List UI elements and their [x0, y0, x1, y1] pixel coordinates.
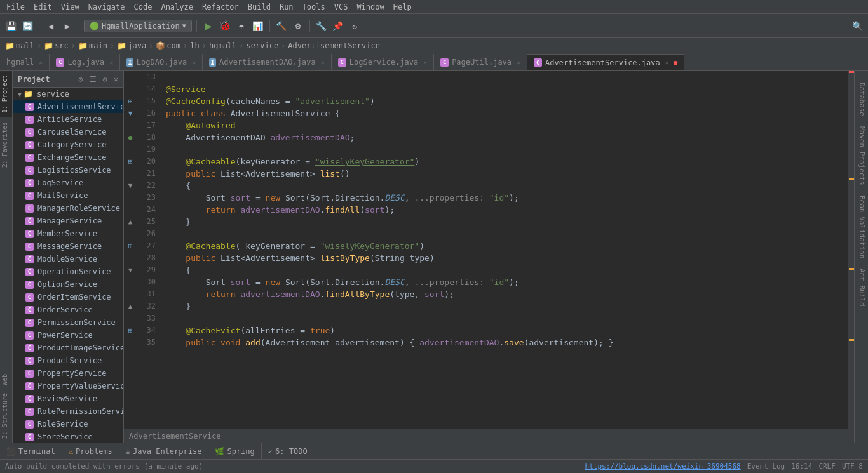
gutter-34-fold[interactable]: ⊞: [124, 324, 137, 336]
tab-advertisementservice[interactable]: C AdvertisementService.java ✕ ●: [527, 54, 684, 70]
breadcrumb-class[interactable]: AdvertisementService: [288, 41, 380, 50]
project-gear-icon[interactable]: ⚙: [78, 75, 83, 84]
tab-advdao-close[interactable]: ✕: [321, 59, 325, 66]
gutter-32-close[interactable]: ▲: [124, 300, 137, 312]
tree-item-propertyvalueservice[interactable]: C PropertyValueService: [13, 380, 123, 392]
menu-window[interactable]: Window: [353, 1, 388, 13]
tree-item-moduleservice[interactable]: C ModuleService: [13, 253, 123, 265]
tree-item-operationservice[interactable]: C OperationService: [13, 265, 123, 278]
profile-button[interactable]: 📊: [251, 19, 265, 33]
tree-item-permissionservice[interactable]: C PermissionService: [13, 316, 123, 329]
tree-item-powerservice[interactable]: C PowerService: [13, 329, 123, 342]
save-button[interactable]: 💾: [4, 19, 18, 33]
code-editor[interactable]: @Service@CacheConfig(cacheNames = "adver…: [161, 71, 848, 429]
rebuild-button[interactable]: ⚙: [291, 19, 305, 33]
back-button[interactable]: ◀: [44, 19, 58, 33]
tree-item-orderitemservice[interactable]: C OrderItemService: [13, 291, 123, 303]
menu-code[interactable]: Code: [130, 1, 156, 13]
menu-analyze[interactable]: Analyze: [157, 1, 197, 13]
tab-logdao-close[interactable]: ✕: [192, 59, 196, 66]
menu-navigate[interactable]: Navigate: [85, 1, 129, 13]
database-tab[interactable]: Database: [855, 77, 868, 121]
terminal-tab[interactable]: ⬛ Terminal: [0, 443, 62, 460]
tree-item-propertyservice[interactable]: C PropertyService: [13, 367, 123, 380]
coverage-button[interactable]: ☂: [234, 19, 248, 33]
breadcrumb-lh[interactable]: lh: [190, 41, 199, 50]
tree-item-logservice[interactable]: C LogService: [13, 177, 123, 189]
tab-log-close[interactable]: ✕: [109, 59, 113, 66]
sync-button[interactable]: 🔄: [20, 19, 34, 33]
tab-advservice-close[interactable]: ✕: [665, 59, 669, 66]
gutter-25-close[interactable]: ▲: [124, 216, 137, 228]
structure-tab-button[interactable]: 3: Structure: [0, 389, 12, 443]
tree-service-folder[interactable]: ▼ 📁 service: [13, 88, 123, 100]
gutter-20-fold[interactable]: ⊞: [124, 156, 137, 168]
tree-item-advertisementservice[interactable]: C AdvertisementService: [13, 100, 123, 113]
tree-item-memberservice[interactable]: C MemberService: [13, 227, 123, 240]
spring-tab[interactable]: 🌿 Spring: [208, 443, 261, 460]
tree-item-productimageservice[interactable]: C ProductImageService: [13, 342, 123, 354]
favorites-tab-button[interactable]: 2: Favorites: [0, 118, 12, 171]
breadcrumb-main[interactable]: 📁 main: [78, 41, 107, 50]
gutter-15-fold[interactable]: ⊞: [124, 95, 137, 107]
project-tab-button[interactable]: 1: Project: [0, 71, 12, 117]
web-tab-button[interactable]: Web: [0, 370, 12, 389]
tree-item-productservice[interactable]: C ProductService: [13, 354, 123, 367]
debug-button[interactable]: 🐞: [218, 19, 232, 33]
forward-button[interactable]: ▶: [60, 19, 74, 33]
breadcrumb-src[interactable]: 📁 src: [44, 41, 69, 50]
menu-refactor[interactable]: Refactor: [198, 1, 243, 13]
tree-item-storeservice[interactable]: C StoreService: [13, 430, 123, 443]
tree-item-managerroleservice[interactable]: C ManagerRoleService: [13, 202, 123, 215]
tree-item-logisticsservice[interactable]: C LogisticsService: [13, 164, 123, 177]
tab-logservice[interactable]: C LogService.java ✕: [332, 54, 434, 70]
gutter-22-fold[interactable]: ▼: [124, 180, 137, 192]
run-button[interactable]: ▶: [201, 19, 215, 33]
bean-tab[interactable]: Bean Validation: [855, 190, 868, 263]
tab-advertisementdao[interactable]: I AdvertisementDAO.java ✕: [203, 54, 331, 70]
settings-button[interactable]: 🔧: [315, 19, 329, 33]
gutter-29-fold[interactable]: ▼: [124, 264, 137, 276]
problems-tab[interactable]: ⚠ Problems: [62, 443, 119, 460]
search-everywhere-button[interactable]: 🔍: [850, 19, 864, 33]
ant-tab[interactable]: Ant Build: [855, 263, 868, 312]
menu-view[interactable]: View: [57, 1, 83, 13]
java-enterprise-tab[interactable]: ☕ Java Enterprise: [119, 443, 209, 460]
tree-item-categoryservice[interactable]: C CategoryService: [13, 138, 123, 151]
tab-log[interactable]: C Log.java ✕: [50, 54, 120, 70]
tab-pageutil-close[interactable]: ✕: [517, 59, 520, 66]
url-link[interactable]: https://blog.csdn.net/weixin_36904568: [585, 462, 741, 470]
tree-item-articleservice[interactable]: C ArticleService: [13, 113, 123, 126]
gutter-16-fold[interactable]: ▼: [124, 107, 137, 119]
menu-run[interactable]: Run: [276, 1, 297, 13]
tree-item-optionservice[interactable]: C OptionService: [13, 278, 123, 291]
breadcrumb-com[interactable]: 📦 com: [156, 41, 180, 50]
todo-tab[interactable]: ✓ 6: TODO: [262, 443, 314, 460]
event-log-link[interactable]: Event Log: [747, 462, 785, 470]
breadcrumb-java[interactable]: 📁 java: [117, 41, 146, 50]
tree-item-roleservice[interactable]: C RoleService: [13, 418, 123, 430]
menu-tools[interactable]: Tools: [299, 1, 329, 13]
maven-tab[interactable]: Maven Projects: [855, 121, 868, 190]
update-button[interactable]: ↻: [348, 19, 362, 33]
menu-help[interactable]: Help: [390, 1, 416, 13]
tree-item-managerservice[interactable]: C ManagerService: [13, 215, 123, 227]
menu-file[interactable]: File: [3, 1, 29, 13]
tree-item-orderservice[interactable]: C OrderService: [13, 303, 123, 316]
tools-button[interactable]: 📌: [331, 19, 345, 33]
project-layout-icon[interactable]: ☰: [90, 75, 97, 84]
tab-logservice-close[interactable]: ✕: [423, 59, 427, 66]
tab-hgmall[interactable]: hgmall ✕: [0, 54, 50, 70]
tree-item-messageservice[interactable]: C MessageService: [13, 240, 123, 253]
gutter-27-fold[interactable]: ⊞: [124, 240, 137, 252]
project-settings-icon[interactable]: ⚙: [103, 75, 107, 84]
tree-item-exchangeservice[interactable]: C ExchangeService: [13, 151, 123, 164]
build-button[interactable]: 🔨: [275, 19, 288, 33]
tree-item-carouselservice[interactable]: C CarouselService: [13, 126, 123, 138]
breadcrumb-mall[interactable]: 📁 mall: [5, 41, 34, 50]
breadcrumb-service[interactable]: service: [247, 41, 279, 50]
menu-vcs[interactable]: VCS: [330, 1, 352, 13]
project-close-icon[interactable]: ✕: [114, 75, 118, 84]
tree-item-mailservice[interactable]: C MailService: [13, 189, 123, 202]
tree-item-rolepermissionservice[interactable]: C RolePermissionService: [13, 405, 123, 418]
